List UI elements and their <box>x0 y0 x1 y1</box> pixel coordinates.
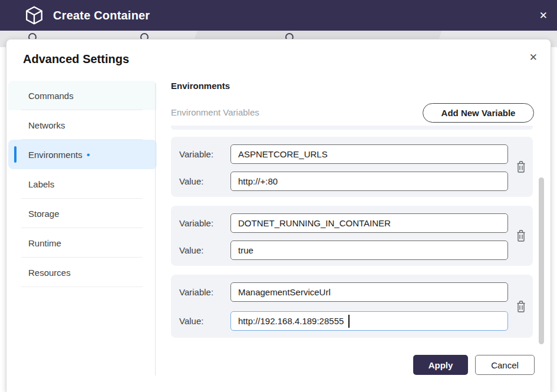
variable-value-input-focused[interactable] <box>230 311 508 331</box>
apply-button[interactable]: Apply <box>413 355 468 375</box>
variable-name-input[interactable] <box>230 213 508 233</box>
sidebar-item-label: Runtime <box>28 238 61 248</box>
selected-indicator-bar <box>14 146 17 163</box>
sidebar-item-label: Networks <box>28 120 65 130</box>
window-titlebar: Create Container ✕ <box>0 0 557 31</box>
sidebar-item-label: Storage <box>28 209 60 219</box>
add-new-variable-button[interactable]: Add New Variable <box>423 103 534 123</box>
sidebar-item-runtime[interactable]: Runtime <box>8 228 157 258</box>
sidebar-item-environments[interactable]: Environments • <box>8 140 157 169</box>
modal-title: Advanced Settings <box>23 52 129 66</box>
sidebar-content-divider <box>155 83 156 375</box>
delete-variable-button[interactable] <box>515 229 527 242</box>
env-variable-card: Variable: Value: <box>171 275 533 338</box>
scrolled-card-edge <box>171 126 533 130</box>
env-variable-card: Variable: Value: <box>171 137 533 197</box>
sidebar-item-label: Environments <box>28 150 83 160</box>
variable-label: Variable: <box>179 287 229 297</box>
environments-panel: Environments Environment Variables Add N… <box>171 39 533 392</box>
advanced-settings-modal: Advanced Settings ✕ Commands Networks En… <box>6 39 551 392</box>
sidebar-item-storage[interactable]: Storage <box>8 199 157 228</box>
delete-variable-button[interactable] <box>515 160 527 173</box>
text-cursor <box>348 315 350 328</box>
trash-icon <box>515 300 527 313</box>
delete-variable-button[interactable] <box>515 300 527 313</box>
window-close-icon[interactable]: ✕ <box>539 11 548 21</box>
sidebar-item-resources[interactable]: Resources <box>8 258 157 287</box>
window-title: Create Container <box>53 9 150 22</box>
sidebar-item-labels[interactable]: Labels <box>8 169 157 199</box>
variable-label: Variable: <box>179 149 229 159</box>
variable-label: Variable: <box>179 218 229 228</box>
sidebar-divider <box>21 286 143 287</box>
sidebar-item-networks[interactable]: Networks <box>8 110 157 140</box>
cancel-button[interactable]: Cancel <box>475 355 535 375</box>
variable-value-input[interactable] <box>230 241 508 260</box>
settings-sidebar: Commands Networks Environments • Labels … <box>8 81 157 287</box>
section-label: Environment Variables <box>171 107 259 117</box>
value-label: Value: <box>179 316 229 326</box>
variable-value-input[interactable] <box>230 172 508 191</box>
container-cube-icon <box>24 5 45 26</box>
modified-dot-badge: • <box>87 150 90 160</box>
value-label: Value: <box>179 176 229 186</box>
env-variable-card: Variable: Value: <box>171 206 533 266</box>
variable-name-input[interactable] <box>230 282 508 302</box>
sidebar-item-commands[interactable]: Commands <box>8 81 157 110</box>
sidebar-item-label: Commands <box>28 91 74 101</box>
vertical-scrollbar[interactable] <box>539 177 544 344</box>
trash-icon <box>515 160 527 173</box>
variable-name-input[interactable] <box>230 144 508 164</box>
sidebar-item-label: Resources <box>28 268 71 278</box>
sidebar-item-label: Labels <box>28 179 54 189</box>
trash-icon <box>515 229 527 242</box>
value-label: Value: <box>179 245 229 255</box>
panel-heading: Environments <box>171 81 230 91</box>
